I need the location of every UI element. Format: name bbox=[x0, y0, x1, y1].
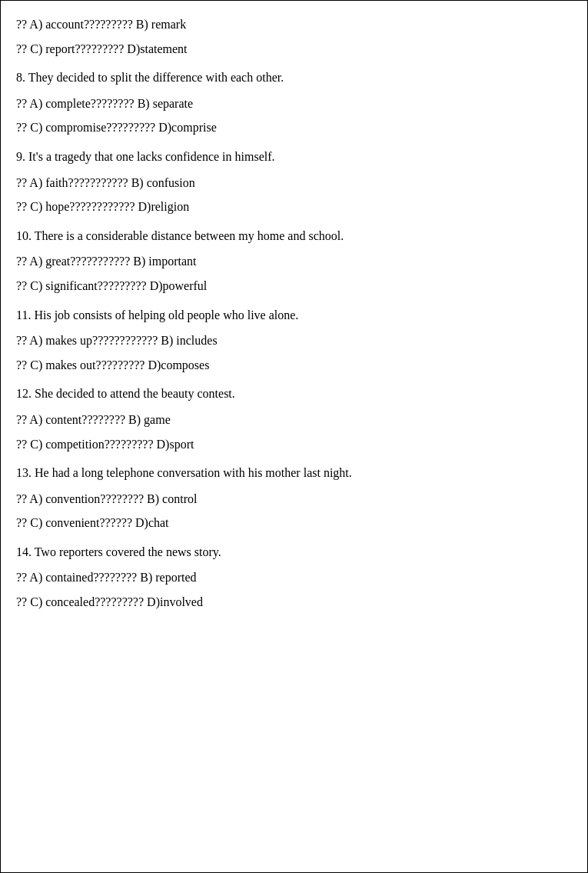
question-sentence-q12: 12. She decided to attend the beauty con… bbox=[16, 384, 572, 404]
question-sentence-q11: 11. His job consists of helping old peop… bbox=[16, 305, 572, 325]
answer-row-q7_a: ?? A) account????????? B) remark bbox=[16, 15, 572, 35]
answer-row-q12_a: ?? A) content???????? B) game bbox=[16, 410, 572, 430]
answer-row-q13_a: ?? A) convention???????? B) control bbox=[16, 489, 572, 509]
answer-row-q9_c: ?? C) hope???????????? D)religion bbox=[16, 197, 572, 217]
answer-row-q8_c: ?? C) compromise????????? D)comprise bbox=[16, 118, 572, 138]
answer-row-q14_c: ?? C) concealed????????? D)involved bbox=[16, 592, 572, 612]
question-sentence-q9: 9. It's a tragedy that one lacks confide… bbox=[16, 147, 572, 167]
answer-row-q10_a: ?? A) great??????????? B) important bbox=[16, 252, 572, 272]
answer-row-q12_c: ?? C) competition????????? D)sport bbox=[16, 435, 572, 455]
answer-row-q8_a: ?? A) complete???????? B) separate bbox=[16, 94, 572, 114]
answer-row-q9_a: ?? A) faith??????????? B) confusion bbox=[16, 173, 572, 193]
answer-row-q14_a: ?? A) contained???????? B) reported bbox=[16, 568, 572, 588]
answer-row-q7_c: ?? C) report????????? D)statement bbox=[16, 39, 572, 59]
question-sentence-q14: 14. Two reporters covered the news story… bbox=[16, 542, 572, 562]
answer-row-q11_c: ?? C) makes out????????? D)composes bbox=[16, 355, 572, 375]
question-sentence-q10: 10. There is a considerable distance bet… bbox=[16, 226, 572, 246]
question-sentence-q8: 8. They decided to split the difference … bbox=[16, 68, 572, 88]
page: ?? A) account????????? B) remark?? C) re… bbox=[0, 0, 588, 873]
answer-row-q13_c: ?? C) convenient?????? D)chat bbox=[16, 513, 572, 533]
answer-row-q10_c: ?? C) significant????????? D)powerful bbox=[16, 276, 572, 296]
answer-row-q11_a: ?? A) makes up???????????? B) includes bbox=[16, 331, 572, 351]
question-sentence-q13: 13. He had a long telephone conversation… bbox=[16, 463, 572, 483]
